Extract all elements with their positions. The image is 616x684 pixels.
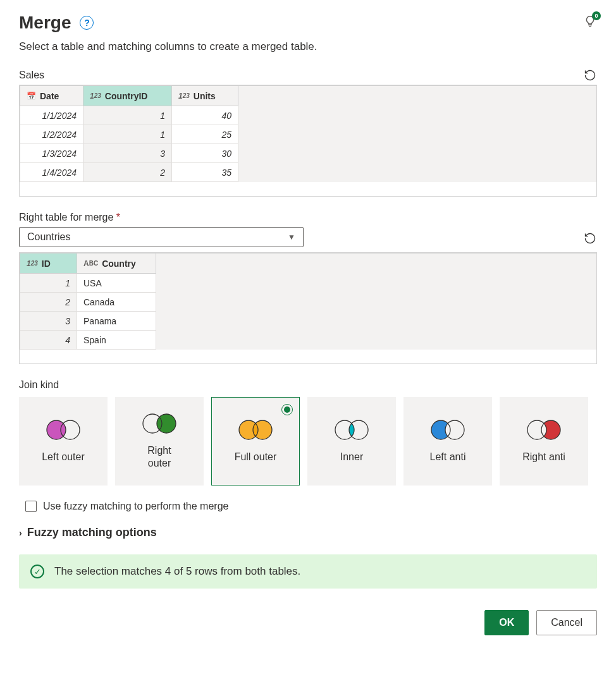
table-cell[interactable]: 40: [172, 106, 238, 125]
suggestions-icon[interactable]: 0: [583, 15, 597, 31]
table-cell[interactable]: 1: [83, 106, 172, 125]
help-icon[interactable]: ?: [80, 16, 94, 30]
table-cell[interactable]: Canada: [77, 293, 156, 312]
table-cell[interactable]: 2: [83, 163, 172, 182]
ok-button[interactable]: OK: [484, 610, 529, 635]
fuzzy-matching-label: Use fuzzy matching to perform the merge: [43, 501, 228, 512]
chevron-right-icon: ›: [19, 528, 22, 538]
join-kind-option[interactable]: Left anti: [403, 397, 492, 486]
table-cell[interactable]: 1/1/2024: [20, 106, 83, 125]
column-header[interactable]: 123Units: [172, 86, 238, 106]
table-cell[interactable]: 1: [83, 125, 172, 144]
join-kind-option[interactable]: Rightouter: [115, 397, 204, 486]
join-kind-option[interactable]: Inner: [307, 397, 396, 486]
match-status-text: The selection matches 4 of 5 rows from b…: [54, 565, 300, 578]
join-kind-label: Full outer: [235, 451, 277, 463]
table-cell[interactable]: 4: [20, 331, 77, 350]
refresh-right-icon[interactable]: [583, 231, 597, 245]
join-kind-label: Left anti: [430, 451, 466, 463]
column-header[interactable]: 123CountryID: [83, 86, 172, 106]
table-cell[interactable]: 1/3/2024: [20, 144, 83, 163]
dialog-subtitle: Select a table and matching columns to c…: [19, 40, 597, 53]
table-cell[interactable]: 1: [20, 274, 77, 293]
required-indicator: *: [116, 212, 120, 223]
chevron-down-icon: ▼: [288, 233, 295, 241]
fuzzy-options-label: Fuzzy matching options: [27, 526, 157, 539]
fuzzy-options-toggle[interactable]: › Fuzzy matching options: [19, 526, 597, 539]
refresh-left-icon[interactable]: [583, 68, 597, 82]
table-cell[interactable]: 25: [172, 125, 238, 144]
join-kind-label: Rightouter: [147, 444, 171, 470]
radio-indicator: [281, 404, 293, 415]
join-kind-label: Join kind: [19, 379, 597, 391]
join-kind-option[interactable]: Full outer: [211, 397, 300, 486]
table-cell[interactable]: USA: [77, 274, 156, 293]
dialog-title: Merge: [19, 13, 71, 33]
join-kind-option[interactable]: Left outer: [19, 397, 108, 486]
left-table-name: Sales: [19, 70, 44, 81]
column-header[interactable]: 123ID: [20, 253, 77, 274]
right-table-dropdown-value: Countries: [27, 231, 70, 243]
table-cell[interactable]: 3: [20, 312, 77, 331]
table-cell[interactable]: 1/2/2024: [20, 125, 83, 144]
join-kind-label: Left outer: [42, 451, 85, 463]
right-table-field-label: Right table for merge: [19, 212, 113, 223]
table-cell[interactable]: 30: [172, 144, 238, 163]
join-kind-label: Inner: [340, 451, 363, 463]
table-cell[interactable]: 35: [172, 163, 238, 182]
table-cell[interactable]: 2: [20, 293, 77, 312]
right-table-preview: 123IDABCCountry1USA2Canada3Panama4Spain: [19, 252, 597, 364]
table-cell[interactable]: 1/4/2024: [20, 163, 83, 182]
match-status: ✓ The selection matches 4 of 5 rows from…: [19, 554, 597, 589]
column-header[interactable]: 📅Date: [20, 86, 83, 106]
column-header[interactable]: ABCCountry: [77, 253, 156, 274]
suggestions-count-badge: 0: [592, 11, 601, 20]
table-cell[interactable]: Panama: [77, 312, 156, 331]
join-kind-option[interactable]: Right anti: [500, 397, 588, 486]
success-icon: ✓: [30, 565, 44, 578]
table-cell[interactable]: Spain: [77, 331, 156, 350]
fuzzy-matching-checkbox[interactable]: [25, 501, 37, 512]
left-table-preview: 📅Date123CountryID123Units1/1/20241401/2/…: [19, 85, 597, 197]
join-kind-label: Right anti: [522, 451, 565, 463]
cancel-button[interactable]: Cancel: [536, 610, 597, 635]
right-table-dropdown[interactable]: Countries ▼: [19, 227, 304, 247]
table-cell[interactable]: 3: [83, 144, 172, 163]
